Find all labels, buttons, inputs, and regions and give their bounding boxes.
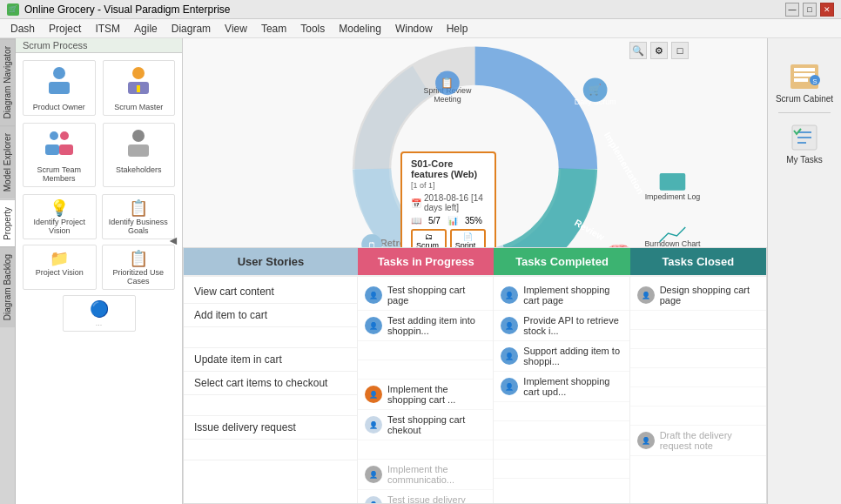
- task-empty6-cl: [630, 407, 766, 426]
- menu-dash[interactable]: Dash: [3, 21, 42, 37]
- story-empty2: [184, 395, 357, 416]
- col-header-user-stories: User Stories: [184, 248, 358, 275]
- product-owner-label: Product Owner: [33, 103, 85, 111]
- toolbar-icon2[interactable]: ⚙: [650, 42, 668, 59]
- menu-itsm[interactable]: ITSM: [88, 21, 127, 37]
- task-text-provide-api: Provide API to retrieve stock i...: [523, 315, 622, 336]
- task-impl-cart-page: 👤 Implement shopping cart page: [494, 280, 629, 311]
- task-empty1-ip: [358, 341, 493, 360]
- svg-text:S: S: [812, 77, 817, 85]
- svg-text:Impediment Log: Impediment Log: [645, 192, 701, 201]
- sidebar-tab-model-explorer[interactable]: Model Explorer: [0, 125, 15, 198]
- sidebar-tab-diagram-backlog[interactable]: Diagram Backlog: [0, 246, 15, 327]
- right-panel-my-tasks[interactable]: My Tasks: [786, 122, 823, 165]
- svg-text:Meeting: Meeting: [434, 95, 461, 104]
- task-text-support-add: Support adding item to shoppi...: [523, 346, 622, 366]
- scrum-master-label: Scrum Master: [114, 103, 163, 111]
- menu-help[interactable]: Help: [440, 21, 475, 37]
- svg-rect-32: [794, 78, 808, 82]
- svg-point-2: [132, 67, 145, 79]
- task-text-impl-comm: Implement the communicatio...: [387, 464, 486, 485]
- toolbar-icon1[interactable]: 🔍: [629, 42, 647, 59]
- person-scrum-team[interactable]: Scrum Team Members: [23, 123, 96, 187]
- col-header-completed: Tasks Completed: [494, 248, 629, 275]
- maximize-button[interactable]: □: [803, 3, 817, 17]
- my-tasks-label: My Tasks: [786, 155, 823, 165]
- task-text-draft-delivery: Draft the delivery request note: [660, 430, 759, 451]
- board-icon: 🗂: [425, 232, 433, 241]
- task-draft-delivery: 👤 Draft the delivery request note: [630, 426, 766, 456]
- left-panel: Scrum Process Product Owner: [16, 38, 183, 504]
- task-text-impl-shopping: Implement the shopping cart ...: [387, 384, 486, 405]
- person-scrum-master[interactable]: Scrum Master: [103, 60, 176, 116]
- avatar-test-checkout: 👤: [365, 416, 382, 433]
- avatar-provide-api: 👤: [501, 317, 518, 334]
- svg-rect-10: [128, 144, 149, 157]
- avatar-test-cart: 👤: [365, 286, 382, 304]
- people-panel: Product Owner Scrum Master: [16, 53, 182, 339]
- scrum-cabinet-icon: S: [787, 61, 822, 92]
- sidebar-tab-diagram-navigator[interactable]: Diagram Navigator: [0, 38, 15, 125]
- task-test-add-item: 👤 Test adding item into shoppin...: [358, 311, 493, 341]
- person-stakeholders[interactable]: Stakeholders: [103, 123, 176, 187]
- planning-project-vision[interactable]: 📁 Project Vision: [23, 245, 97, 290]
- user-stories-col: View cart content Add item to cart Updat…: [184, 277, 358, 503]
- avatar-draft-delivery: 👤: [637, 432, 655, 449]
- svg-rect-30: [794, 68, 815, 71]
- story-update-item: Update item in cart: [184, 348, 357, 372]
- task-design-cart: 👤 Design shopping cart page: [630, 280, 766, 311]
- menu-modeling[interactable]: Modeling: [332, 21, 388, 37]
- task-impl-comm: 👤 Implement the communicatio...: [358, 460, 493, 490]
- board-header: User Stories Tasks in Progress Tasks Com…: [184, 248, 766, 277]
- left-sidebar-tabs: Diagram Navigator Model Explorer Propert…: [0, 38, 16, 504]
- stories-icon: 📖: [411, 216, 421, 225]
- planning-identify-vision[interactable]: 💡 Identify Project Vision: [23, 194, 97, 239]
- right-panel-scrum-cabinet[interactable]: S Scrum Cabinet: [776, 61, 833, 104]
- minimize-button[interactable]: —: [785, 3, 799, 17]
- task-support-add: 👤 Support adding item to shoppi...: [494, 341, 629, 372]
- sprint-stats: 📖 5/7 📊 35%: [411, 216, 486, 225]
- task-text-impl-update: Implement shopping cart upd...: [523, 376, 622, 397]
- calendar-icon: 📅: [411, 198, 421, 208]
- planning-prioritized-use[interactable]: 📋 Prioritized Use Cases: [102, 245, 176, 290]
- identify-vision-icon: 💡: [50, 198, 69, 218]
- planning-business-goals[interactable]: 📋 Identify Business Goals: [102, 194, 176, 239]
- product-owner-icon: [44, 64, 75, 101]
- story-select-checkout: Select cart items to checkout: [184, 372, 357, 395]
- task-empty5-cl: [630, 387, 766, 407]
- task-empty1-c: [494, 402, 629, 421]
- identify-vision-label: Identify Project Vision: [27, 218, 92, 235]
- task-empty3-c: [494, 440, 629, 460]
- right-panel: S Scrum Cabinet My Tasks: [767, 38, 841, 504]
- task-empty1-cl: [630, 311, 766, 330]
- window-controls[interactable]: — □ ✕: [785, 3, 834, 17]
- menu-team[interactable]: Team: [254, 21, 293, 37]
- svg-rect-8: [59, 144, 73, 155]
- toolbar-icon3[interactable]: □: [671, 42, 689, 59]
- svg-text:📋: 📋: [441, 77, 454, 89]
- task-empty2-ip: [358, 360, 493, 380]
- avatar-support-add: 👤: [501, 347, 518, 365]
- planning-extra[interactable]: 🔵 ...: [63, 295, 136, 332]
- task-test-delivery: 👤 Test issue delivery request: [358, 490, 493, 503]
- task-text-test-checkout: Test shopping cart chekout: [387, 414, 486, 435]
- menu-diagram[interactable]: Diagram: [165, 21, 218, 37]
- story-issue-delivery: Issue delivery request: [184, 416, 357, 440]
- scrum-cabinet-label: Scrum Cabinet: [776, 94, 833, 104]
- sidebar-tab-property[interactable]: Property: [0, 199, 15, 247]
- menu-tools[interactable]: Tools: [293, 21, 332, 37]
- completed-col: 👤 Implement shopping cart page 👤 Provide…: [494, 277, 629, 503]
- window-title: Online Grocery - Visual Paradigm Enterpr…: [24, 3, 231, 16]
- svg-rect-7: [45, 144, 59, 155]
- close-button[interactable]: ✕: [820, 3, 834, 17]
- task-empty3-cl: [630, 349, 766, 368]
- person-product-owner[interactable]: Product Owner: [23, 60, 96, 116]
- report-icon: 📄: [463, 232, 473, 241]
- task-empty2-cl: [630, 330, 766, 349]
- project-vision-icon: 📁: [50, 249, 69, 268]
- menu-agile[interactable]: Agile: [127, 21, 165, 37]
- menu-view[interactable]: View: [218, 21, 254, 37]
- menu-project[interactable]: Project: [42, 21, 88, 37]
- task-text-design-cart: Design shopping cart page: [660, 285, 759, 306]
- menu-window[interactable]: Window: [388, 21, 440, 37]
